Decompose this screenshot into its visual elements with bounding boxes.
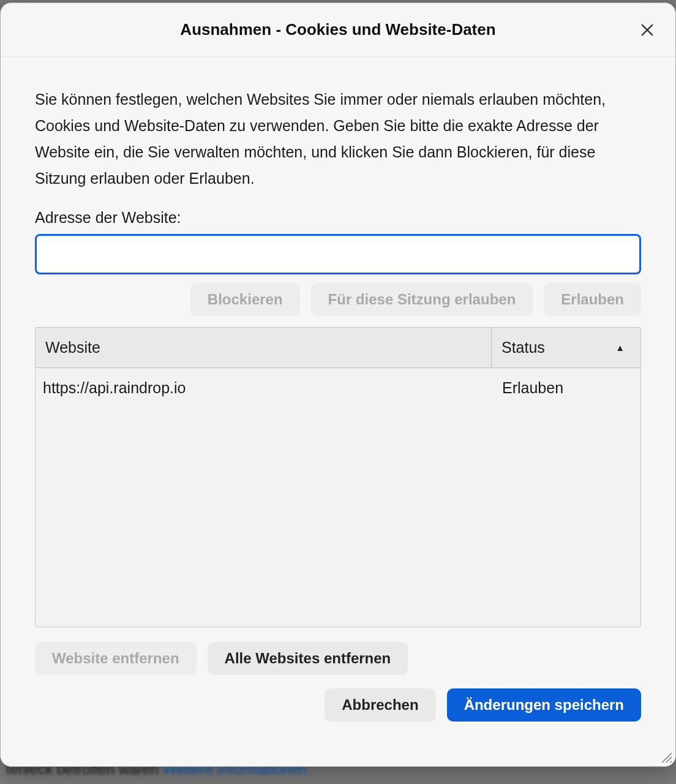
block-button[interactable]: Blockieren xyxy=(190,283,300,316)
url-input-label: Adresse der Website: xyxy=(35,209,641,227)
dialog-title-bar: Ausnahmen - Cookies und Website-Daten xyxy=(1,3,675,57)
column-header-status-label: Status xyxy=(501,339,545,356)
dialog-title: Ausnahmen - Cookies und Website-Daten xyxy=(180,20,495,39)
cell-website: https://api.raindrop.io xyxy=(36,379,491,397)
column-header-status[interactable]: Status ▲ xyxy=(491,328,640,368)
table-header: Website Status ▲ xyxy=(36,328,640,368)
dialog-description: Sie können festlegen, welchen Websites S… xyxy=(35,86,641,192)
dialog-content: Sie können festlegen, welchen Websites S… xyxy=(1,57,675,766)
table-row[interactable]: https://api.raindrop.io Erlauben xyxy=(36,368,640,408)
allow-session-button[interactable]: Für diese Sitzung erlauben xyxy=(311,283,533,316)
remove-button-row: Website entfernen Alle Websites entferne… xyxy=(35,642,641,675)
exceptions-dialog: Ausnahmen - Cookies und Website-Daten Si… xyxy=(0,2,676,767)
svg-line-2 xyxy=(662,753,671,762)
url-input[interactable] xyxy=(35,234,641,274)
column-header-website[interactable]: Website xyxy=(36,328,491,368)
close-icon xyxy=(639,21,656,39)
cell-status: Erlauben xyxy=(491,379,640,397)
remove-all-websites-button[interactable]: Alle Websites entfernen xyxy=(208,642,408,675)
exceptions-table: Website Status ▲ https://api.raindrop.io… xyxy=(35,327,641,627)
column-header-website-label: Website xyxy=(45,339,100,356)
resize-grip-icon[interactable] xyxy=(659,750,673,764)
dialog-footer-buttons: Abbrechen Änderungen speichern xyxy=(35,688,641,722)
table-body[interactable]: https://api.raindrop.io Erlauben xyxy=(36,368,640,627)
save-changes-button[interactable]: Änderungen speichern xyxy=(447,688,641,722)
sort-ascending-icon: ▲ xyxy=(615,342,625,353)
cancel-button[interactable]: Abbrechen xyxy=(325,688,435,722)
svg-line-4 xyxy=(670,761,672,763)
close-button[interactable] xyxy=(635,18,659,42)
allow-button[interactable]: Erlauben xyxy=(544,283,641,316)
action-button-row: Blockieren Für diese Sitzung erlauben Er… xyxy=(35,283,641,316)
remove-website-button[interactable]: Website entfernen xyxy=(35,642,197,675)
